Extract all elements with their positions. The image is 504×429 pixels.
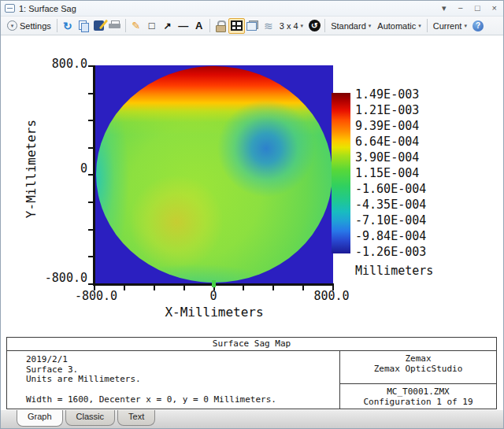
aperture-edge-notch	[212, 280, 216, 287]
rectangle-tool-button[interactable]: □	[144, 18, 160, 34]
configuration-label: Configuration 1 of 19	[340, 397, 496, 407]
file-cell: MC_T0001.ZMX Configuration 1 of 19	[340, 384, 496, 409]
y-tick-label: 0	[40, 162, 87, 175]
surface-sag-window: 1: Surface Sag ▾ − □ × ▾ Settings ↻ ✎ □ …	[0, 0, 504, 429]
y-tick-label: 800.0	[40, 57, 87, 70]
text-icon: A	[195, 20, 202, 31]
standard-label: Standard	[331, 21, 366, 31]
toolbar-separator	[125, 19, 126, 32]
close-button[interactable]: ×	[492, 4, 497, 13]
text-tool-button[interactable]: A	[191, 18, 207, 34]
line-icon: —	[178, 20, 188, 31]
cascade-windows-button[interactable]	[245, 18, 261, 34]
y-axis-title: Y-Millimeters	[24, 98, 39, 240]
colorbar-labels: 1.49E-003 1.21E-003 9.39E-004 6.64E-004 …	[355, 88, 426, 258]
chevron-down-icon: ▾	[369, 23, 372, 29]
colorbar-unit-label: Millimeters	[355, 264, 433, 278]
tab-graph[interactable]: Graph	[17, 410, 63, 427]
y-tick-label: -800.0	[40, 272, 87, 284]
title-bar: 1: Surface Sag ▾ − □ ×	[1, 1, 503, 17]
window-icon	[5, 4, 15, 13]
view-tab-bar: Graph Classic Text	[1, 410, 503, 429]
product-label: Zemax OpticStudio	[340, 364, 496, 374]
refresh-button[interactable]: ↻	[60, 18, 76, 34]
tile-windows-icon	[231, 20, 243, 31]
toolbar-separator	[57, 19, 57, 32]
copy-button[interactable]	[76, 18, 91, 34]
chevron-down-icon: ▾	[418, 23, 421, 29]
printer-icon	[109, 20, 120, 31]
colorbar-tick-label: -7.10E-004	[355, 214, 426, 227]
colorbar-tick-label: 1.49E-003	[355, 88, 426, 101]
refresh-icon: ↻	[63, 20, 72, 32]
company-label: Zemax	[340, 353, 496, 364]
tab-text[interactable]: Text	[117, 410, 155, 426]
reset-button[interactable]: ↺	[306, 18, 322, 34]
info-right-column: Zemax Zemax OpticStudio MC_T0001.ZMX Con…	[339, 351, 496, 409]
colorbar-tick-label: 3.90E-004	[355, 151, 426, 164]
minimize-button[interactable]: −	[458, 4, 462, 13]
copy-icon	[78, 20, 89, 31]
help-button[interactable]: ?	[470, 18, 486, 34]
print-button[interactable]	[107, 18, 123, 34]
grid-size-dropdown[interactable]: 3 x 4 ▾	[276, 18, 306, 34]
units-label: Units are Millimeters.	[26, 375, 339, 385]
current-label: Current	[433, 21, 462, 31]
tab-classic[interactable]: Classic	[65, 410, 115, 426]
y-axis-line	[93, 65, 95, 286]
toolbar-separator	[324, 19, 325, 32]
pencil-icon: ✎	[132, 20, 140, 31]
colorbar-tick-label: 6.64E-004	[355, 135, 426, 148]
window-title: 1: Surface Sag	[19, 4, 76, 13]
reset-icon: ↺	[309, 20, 321, 31]
lock-button[interactable]	[213, 18, 228, 34]
tile-windows-button[interactable]	[228, 18, 245, 34]
toolbar: ▾ Settings ↻ ✎ □ ↗ — A ≋ 3 x 4 ▾ ↺ Stand…	[1, 17, 503, 35]
pencil-tool-button[interactable]: ✎	[128, 18, 144, 34]
date-label: 2019/2/1	[26, 355, 339, 365]
plot-area: Y-Millimeters 800.0 0 -800.0 -800.0 0 80…	[1, 35, 503, 337]
maximize-button[interactable]: □	[475, 4, 480, 13]
colorbar-tick-label: -4.35E-004	[355, 198, 426, 211]
automatic-dropdown[interactable]: Automatic ▾	[374, 18, 424, 34]
save-image-button[interactable]	[91, 18, 107, 34]
chevron-down-icon: ▾	[301, 23, 304, 29]
colorbar-tick-label: 1.15E-004	[355, 167, 426, 179]
standard-dropdown[interactable]: Standard ▾	[328, 18, 374, 34]
lock-icon	[216, 20, 225, 31]
spacer	[26, 385, 339, 395]
colorbar	[332, 93, 350, 253]
colorbar-tick-label: 1.21E-003	[355, 104, 426, 116]
x-tick-label: 800.0	[303, 289, 360, 303]
map-title: Surface Sag Map	[7, 338, 496, 351]
file-name-label: MC_T0001.ZMX	[340, 386, 496, 397]
x-axis-title: X-Millimeters	[95, 305, 333, 320]
x-tick-label: 0	[185, 289, 242, 303]
chevron-down-icon: ▾	[464, 23, 467, 29]
colorbar-tick-label: -1.26E-003	[355, 246, 426, 258]
analysis-details: 2019/2/1 Surface 3. Units are Millimeter…	[7, 351, 339, 409]
sag-map-plot	[95, 65, 333, 283]
sag-map-aperture	[96, 66, 332, 283]
help-icon: ?	[472, 20, 484, 31]
cascade-windows-icon	[246, 20, 258, 31]
width-decenter-label: Width = 1600, Decenter x = 0, y = 0 Mill…	[26, 395, 339, 405]
arrow-icon: ↗	[164, 20, 172, 31]
save-icon	[94, 20, 104, 31]
automatic-label: Automatic	[377, 21, 416, 31]
rectangle-icon: □	[149, 20, 155, 31]
chevron-down-circle-icon: ▾	[7, 20, 17, 31]
arrow-tool-button[interactable]: ↗	[160, 18, 176, 34]
current-dropdown[interactable]: Current ▾	[430, 18, 470, 34]
grid-size-label: 3 x 4	[280, 21, 298, 31]
layers-button[interactable]: ≋	[261, 18, 276, 34]
settings-label: Settings	[20, 21, 51, 31]
toolbar-separator	[209, 19, 210, 32]
window-menu-button[interactable]: ▾	[442, 4, 447, 13]
x-tick-label: -800.0	[68, 289, 124, 303]
layers-icon: ≋	[264, 20, 273, 32]
info-panel-wrap: Surface Sag Map 2019/2/1 Surface 3. Unit…	[1, 337, 503, 410]
settings-button[interactable]: ▾ Settings	[4, 18, 54, 34]
colorbar-tick-label: -9.84E-004	[355, 230, 426, 242]
line-tool-button[interactable]: —	[176, 18, 191, 34]
